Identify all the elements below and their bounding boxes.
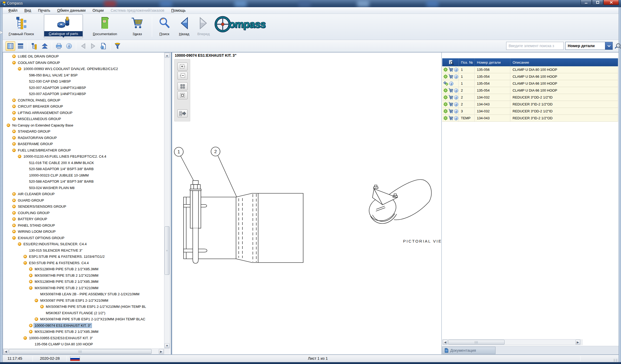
parts-table-row[interactable]: i1135-056CLAMP U DIA 80 100 HOOP — [442, 66, 618, 73]
column-header-pos[interactable]: Поз. № — [459, 58, 475, 66]
parts-table-row[interactable]: i2134-043REDUCER 3"ID-2 1/2"OD — [442, 101, 618, 108]
tree-item[interactable]: −No Canopy on Extended Capacity Base — [3, 122, 164, 129]
tree-item[interactable]: MXS0087/HB LEAN 2B - PIPE ASSEMBLY STUB … — [3, 291, 164, 297]
tree-item[interactable]: 520-007 ADAPTOR 1/4NPTX1/4BSP — [3, 91, 164, 97]
resize-grip[interactable]: ⣿⣿ — [613, 359, 618, 362]
expand-icon[interactable]: + — [29, 324, 33, 327]
scroll-right-button[interactable]: ▶ — [159, 349, 164, 354]
tree-item[interactable]: +CONTROL PANEL GROUP — [3, 97, 164, 104]
scrollbar-thumb[interactable]: |||| — [448, 340, 505, 345]
expand-icon[interactable]: + — [12, 117, 16, 121]
expand-icon[interactable]: + — [12, 130, 16, 133]
doc-info-button[interactable]: i — [99, 41, 108, 51]
tree-item[interactable]: −ES1/ER2:INDUSTRIAL SILENCER. C4.4 — [3, 241, 164, 247]
tree-horizontal-scrollbar[interactable]: ◀ |||| ▶ — [3, 349, 164, 354]
tree-item[interactable]: +STANDARD GROUP — [3, 128, 164, 135]
info-icon[interactable]: i — [454, 116, 458, 120]
search-input[interactable] — [506, 42, 564, 50]
parts-table-row[interactable]: i1135-054CLAMP U DIA 66 100 HOOP — [442, 73, 618, 80]
expand-icon[interactable]: + — [29, 280, 33, 283]
expand-icon[interactable]: + — [12, 224, 16, 227]
part-settings-icon[interactable] — [443, 74, 448, 79]
add-to-cart-icon[interactable] — [448, 67, 453, 72]
expand-icon[interactable]: + — [12, 111, 16, 114]
tree-item[interactable]: −MXS0087/HB PIPE STUB 2 1/2"X210MM — [3, 285, 164, 291]
tree-item[interactable]: −10000-00993 WV1:COOLANT D/VALVE. OPEN/B… — [3, 66, 164, 72]
detail-view-button[interactable] — [6, 41, 15, 51]
tree-item[interactable]: −10000-03955 ES2/ES3:EXHAUST KIT. 3" — [3, 335, 164, 341]
tree-item[interactable]: −10000-01133 A5:FUEL LINES FB1/FB2/FTC/C… — [3, 153, 164, 160]
add-to-cart-icon[interactable] — [448, 109, 453, 113]
minimize-button[interactable] — [581, 0, 592, 5]
expand-icon[interactable]: + — [12, 142, 16, 146]
expand-icon[interactable]: + — [12, 99, 16, 102]
tree-vertical-scrollbar[interactable]: ▲ ≡ ▼ — [164, 52, 170, 349]
collapse-icon[interactable]: − — [18, 242, 21, 246]
expand-icon[interactable]: + — [12, 105, 16, 108]
tree-item[interactable]: +PANEL STAND GROUP — [3, 222, 164, 229]
expand-icon[interactable]: + — [29, 267, 33, 271]
tree-item[interactable]: 520-588 ADAPTOR 1/4" BSPT-3/8" BARB — [3, 178, 164, 185]
tree-item[interactable]: +AIR CLEANER GROUP — [3, 191, 164, 197]
tree-item[interactable]: 503-024 WASHER PLAIN M8 — [3, 185, 164, 191]
maximize-button[interactable] — [592, 0, 603, 5]
scroll-left-button[interactable]: ◀ — [443, 340, 448, 345]
collapse-icon[interactable]: − — [18, 67, 21, 71]
expand-icon[interactable]: + — [35, 317, 38, 321]
tree-item[interactable]: +LIFTING ARRANGEMENT GROUP — [3, 110, 164, 116]
documentation-tab[interactable]: Документация — [442, 347, 496, 354]
collapse-icon[interactable]: − — [12, 149, 16, 152]
tree-item[interactable]: MSK0637 EXHAUST FLANGE (2 1/2") — [3, 310, 164, 316]
toggle-panel-button[interactable] — [177, 109, 188, 117]
add-to-cart-icon[interactable] — [448, 88, 453, 93]
add-to-cart-icon[interactable] — [448, 74, 453, 79]
menu-item-file[interactable]: Файл — [5, 7, 21, 13]
tree-item[interactable]: −ES0:STUB PIPE & FASTENERS. C4.4 — [3, 260, 164, 266]
tree-item[interactable]: 520-588 ADAPTOR 1/4" BSPT-3/8" BARB — [3, 166, 164, 172]
add-to-cart-icon[interactable] — [448, 116, 453, 120]
tree-item[interactable]: +GUARD GROUP — [3, 197, 164, 204]
tree-item[interactable]: +MXS1280HB PIPE STUB 2 1/2"X85.3MM — [3, 279, 164, 285]
part-settings-icon[interactable] — [443, 116, 448, 120]
execute-search-icon[interactable] — [614, 43, 621, 50]
tree-item[interactable]: +WIRING LOOM GROUP — [3, 228, 164, 235]
tree-item[interactable]: +MXS0087/HB PIPE STUB ESP1 2-1/2"X210MM … — [3, 316, 164, 322]
info-icon[interactable]: i — [449, 81, 453, 86]
collapse-icon[interactable]: − — [23, 336, 27, 340]
parts-table-row[interactable]: i3134-032REDUCER 3"OD-2 1/2"ID — [442, 108, 618, 115]
menu-item-help[interactable]: Помощь — [168, 7, 189, 13]
toolbar-button-back[interactable]: Назад — [176, 15, 192, 39]
tree-item[interactable]: +MXS1280HB PIPE STUB 2 1/2"X85.3MM — [3, 329, 164, 335]
part-settings-icon[interactable] — [443, 67, 448, 72]
add-to-cart-icon[interactable] — [448, 102, 453, 107]
add-to-cart-icon[interactable] — [448, 95, 453, 100]
tree-item[interactable]: +LUBE OIL DRAIN GROUP — [3, 53, 164, 60]
expand-icon[interactable]: + — [12, 192, 16, 196]
expand-icon[interactable]: + — [29, 274, 33, 277]
toolbar-button-main-search[interactable]: Главный Поиск — [5, 15, 38, 39]
chevron-down-icon[interactable] — [605, 42, 612, 50]
expand-icon[interactable]: + — [12, 55, 16, 58]
language-flag-russia[interactable] — [70, 356, 80, 361]
tree-item[interactable]: +MXS0087/HB PIPE STUB 2 1/2"X210MM — [3, 272, 164, 279]
tree-item[interactable]: +10000-09074 ES1:EXHAUST KIT. 3" — [3, 322, 164, 329]
parts-horizontal-scrollbar[interactable]: ◀ |||| ▶ — [442, 339, 581, 345]
tree-view-button[interactable] — [30, 41, 39, 51]
tree-item[interactable]: +ESP1:STUB PIPE & FASTENERS. 1103/4/TG1/… — [3, 253, 164, 260]
tree-item[interactable]: +RADIATOR/FAN GROUP — [3, 135, 164, 141]
tree-item[interactable]: 130-015 SILENCER REACTIVE 3" — [3, 247, 164, 254]
parts-table-row[interactable]: iTEMP134-043REDUCER 3"ID-2 1/2"OD — [442, 115, 618, 122]
tree-item[interactable]: +COUPLING GROUP — [3, 210, 164, 216]
collapse-icon[interactable]: − — [12, 236, 16, 240]
parts-table-row[interactable]: i1135-054CLAMP U DIA 66 100 HOOP — [442, 80, 618, 87]
info-icon[interactable]: i — [454, 68, 458, 72]
part-settings-icon[interactable] — [443, 95, 448, 100]
tree-item[interactable]: +MXS0087/HB PIPE STUB ESP1 2-1/2"X210MM … — [3, 304, 164, 310]
scroll-right-button[interactable]: ▶ — [575, 340, 580, 345]
info-icon[interactable]: i — [454, 109, 458, 113]
parts-table-row[interactable]: i2134-032REDUCER 3"OD-2 1/2"ID — [442, 94, 618, 101]
filter-button[interactable] — [113, 41, 122, 51]
toolbar-button-search[interactable]: Поиск — [155, 15, 174, 39]
tree-item[interactable]: +MISCELLANEOUS GROUP — [3, 116, 164, 122]
tree-item[interactable]: 10000-00323 CLIP JUBILEE 10-16MM — [3, 172, 164, 179]
